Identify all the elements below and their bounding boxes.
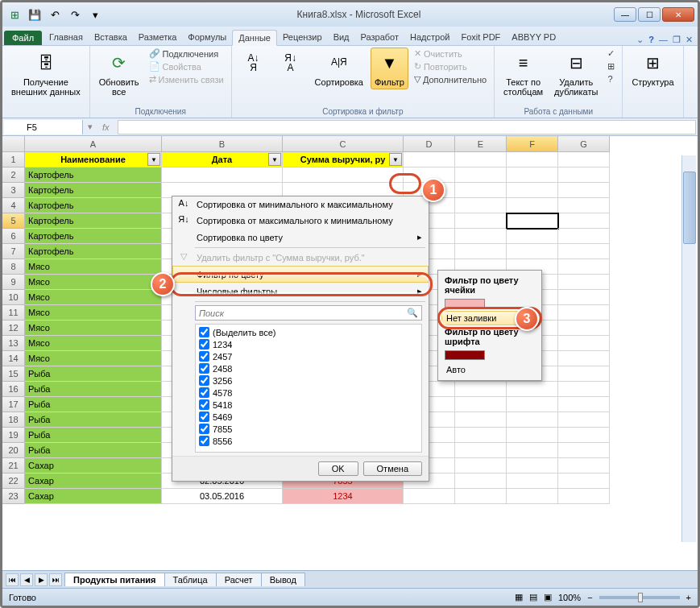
help-icon[interactable]: ? (648, 35, 654, 45)
cell[interactable] (455, 412, 507, 428)
formula-bar[interactable] (118, 120, 696, 134)
select-all-checkbox[interactable]: (Выделить все) (197, 326, 420, 338)
data-cell[interactable]: Картофель (25, 229, 162, 244)
row-header[interactable]: 5 (2, 213, 25, 229)
cell[interactable] (507, 168, 558, 183)
cell[interactable] (558, 366, 610, 382)
nav-first-icon[interactable]: ⏮ (6, 573, 19, 586)
outline-button[interactable]: ⊞ Структура (628, 48, 677, 89)
close-button[interactable]: ✕ (662, 7, 694, 22)
data-cell[interactable]: Мясо (25, 290, 162, 305)
cell[interactable] (558, 351, 610, 366)
sheet-tab[interactable]: Таблица (164, 573, 217, 586)
view-pagebreak-icon[interactable]: ▣ (544, 592, 552, 602)
zoom-thumb[interactable] (638, 593, 643, 602)
row-header[interactable]: 23 (2, 489, 25, 504)
font-color-swatch-darkred[interactable] (445, 350, 485, 360)
filter-dropdown-icon[interactable]: ▼ (147, 153, 160, 166)
data-cell[interactable]: Мясо (25, 321, 162, 336)
ribbon-tab[interactable]: Разработ (355, 30, 404, 45)
sheet-tab[interactable]: Вывод (261, 573, 305, 586)
data-cell[interactable]: Рыба (25, 397, 162, 412)
row-header[interactable]: 19 (2, 428, 25, 443)
nav-last-icon[interactable]: ⏭ (49, 573, 62, 586)
cell[interactable] (558, 305, 610, 321)
filter-value-item[interactable]: 2457 (197, 350, 420, 362)
ribbon-minimize-icon[interactable]: ⌄ (636, 35, 644, 45)
ribbon-tab[interactable]: Foxit PDF (455, 30, 506, 45)
row-header[interactable]: 20 (2, 443, 25, 458)
row-header[interactable]: 2 (2, 168, 25, 183)
data-validation-item[interactable]: ✓ (605, 48, 617, 60)
save-icon[interactable]: 💾 (26, 6, 43, 23)
row-header[interactable]: 4 (2, 198, 25, 213)
table-header-cell[interactable]: Сумма выручки, ру▼ (283, 152, 404, 168)
column-header[interactable]: G (558, 136, 610, 152)
cell[interactable] (558, 213, 610, 229)
cell[interactable] (558, 412, 610, 428)
column-header[interactable]: A (25, 136, 162, 152)
auto-color-item[interactable]: Авто (441, 362, 538, 377)
cell[interactable] (507, 458, 558, 474)
ribbon-tab[interactable]: Рецензир (277, 30, 328, 45)
maximize-button[interactable]: ☐ (638, 7, 661, 22)
cell[interactable] (507, 244, 558, 259)
file-tab[interactable]: Файл (4, 31, 42, 45)
cell[interactable] (455, 198, 507, 213)
cell[interactable] (455, 244, 507, 259)
cell[interactable] (507, 382, 558, 397)
cell[interactable] (455, 428, 507, 443)
cell[interactable] (455, 229, 507, 244)
cell[interactable] (558, 198, 610, 213)
redo-icon[interactable]: ↷ (66, 6, 84, 23)
data-cell[interactable]: Мясо (25, 351, 162, 366)
text-to-columns-button[interactable]: ≡ Текст по столбцам (499, 48, 547, 99)
scrollbar-thumb[interactable] (683, 172, 696, 244)
cell[interactable] (558, 428, 610, 443)
undo-icon[interactable]: ↶ (46, 6, 64, 23)
zoom-in-icon[interactable]: + (686, 593, 691, 602)
data-cell[interactable]: 1234 (283, 489, 404, 504)
table-header-cell[interactable]: Наименование▼ (25, 152, 162, 168)
cell[interactable] (455, 152, 507, 168)
row-header[interactable]: 10 (2, 290, 25, 305)
excel-icon[interactable]: ⊞ (6, 6, 23, 23)
cell[interactable] (558, 183, 610, 198)
cell[interactable] (558, 321, 610, 336)
filter-button[interactable]: ▼ Фильтр (371, 48, 408, 89)
column-header[interactable]: F (507, 136, 558, 152)
cell[interactable] (558, 458, 610, 474)
refresh-all-button[interactable]: ⟳ Обновить все (95, 48, 143, 99)
consolidate-item[interactable]: ⊞ (605, 60, 617, 72)
ribbon-tab[interactable]: Данные (232, 30, 277, 46)
select-all-corner[interactable] (2, 136, 25, 152)
advanced-filter-item[interactable]: ▽Дополнительно (412, 73, 489, 85)
sort-za-button[interactable]: Я↓А (274, 48, 308, 80)
cell[interactable] (507, 489, 558, 504)
filter-value-item[interactable]: 5418 (197, 399, 420, 411)
ribbon-tab[interactable]: ABBYY PD (506, 30, 561, 45)
row-header[interactable]: 21 (2, 458, 25, 474)
filter-value-item[interactable]: 7855 (197, 423, 420, 435)
cell[interactable] (558, 336, 610, 351)
row-header[interactable]: 11 (2, 305, 25, 321)
connections-item[interactable]: 🔗Подключения (147, 48, 226, 60)
sort-by-color-item[interactable]: Сортировка по цвету ▸ (172, 229, 429, 246)
nav-prev-icon[interactable]: ◀ (20, 573, 33, 586)
data-cell[interactable] (162, 168, 283, 183)
row-header[interactable]: 14 (2, 351, 25, 366)
fx-label[interactable]: fx (96, 122, 116, 132)
data-cell[interactable] (283, 168, 404, 183)
cell[interactable] (455, 382, 507, 397)
cell[interactable] (455, 168, 507, 183)
cell[interactable] (558, 397, 610, 412)
cell[interactable] (558, 474, 610, 489)
column-header[interactable]: E (455, 136, 507, 152)
ribbon-tab[interactable]: Вид (328, 30, 355, 45)
row-header[interactable]: 8 (2, 259, 25, 275)
data-cell[interactable]: Мясо (25, 275, 162, 290)
sort-az-button[interactable]: А↓Я (237, 48, 271, 80)
view-normal-icon[interactable]: ▦ (515, 592, 523, 602)
qat-dropdown-icon[interactable]: ▾ (86, 6, 104, 23)
doc-win-restore-icon[interactable]: ❐ (673, 35, 681, 45)
